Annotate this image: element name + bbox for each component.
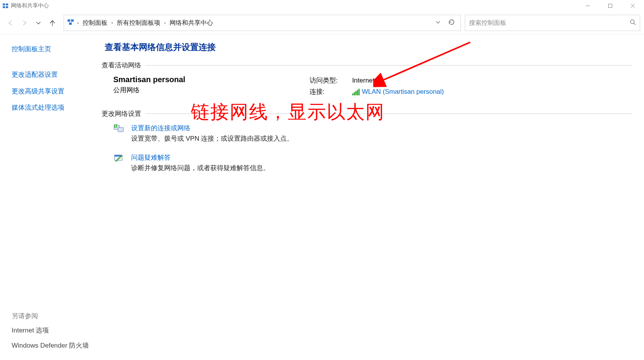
section-label: 查看活动网络 (102, 61, 141, 70)
sidebar-item-sharing[interactable]: 更改高级共享设置 (12, 85, 102, 98)
network-name: Smartisan personal (113, 75, 185, 84)
sidebar-item-home[interactable]: 控制面板主页 (12, 43, 102, 55)
page-title: 查看基本网络信息并设置连接 (105, 41, 632, 53)
refresh-icon[interactable] (448, 19, 455, 27)
window-controls (576, 0, 644, 12)
signal-icon (352, 89, 360, 95)
navigation-arrows (3, 19, 60, 27)
address-bar[interactable]: › 控制面板 › 所有控制面板项 › 网络和共享中心 (64, 15, 461, 31)
network-type: 公用网络 (113, 86, 185, 95)
back-button[interactable] (6, 19, 15, 27)
settings-item-desc: 设置宽带、拨号或 VPN 连接；或设置路由器或接入点。 (131, 134, 293, 143)
svg-rect-8 (68, 19, 70, 22)
settings-item-troubleshoot: 问题疑难解答 诊断并修复网络问题，或者获得疑难解答信息。 (113, 153, 632, 172)
search-input[interactable]: 搜索控制面板 (465, 15, 640, 31)
see-also-internet-options[interactable]: Internet 选项 (12, 324, 102, 337)
see-also-header: 另请参阅 (12, 312, 102, 320)
window-title-bar: 网络和共享中心 (0, 0, 644, 12)
recent-dropdown[interactable] (34, 19, 43, 27)
svg-line-12 (634, 23, 635, 25)
toolbar: › 控制面板 › 所有控制面板项 › 网络和共享中心 搜索控制面板 (0, 12, 644, 34)
divider (145, 114, 632, 114)
divider (145, 65, 632, 65)
forward-button[interactable] (20, 19, 29, 27)
settings-item-new-connection: 设置新的连接或网络 设置宽带、拨号或 VPN 连接；或设置路由器或接入点。 (113, 124, 632, 143)
settings-item-desc: 诊断并修复网络问题，或者获得疑难解答信息。 (131, 164, 270, 172)
connection-value: WLAN (Smartisan personal) (362, 86, 444, 98)
section-change-settings: 更改网络设置 (102, 109, 632, 118)
svg-rect-10 (69, 22, 72, 25)
connection-link[interactable]: WLAN (Smartisan personal) (352, 86, 444, 98)
breadcrumb-item[interactable]: 网络和共享中心 (168, 18, 215, 28)
see-also-section: 另请参阅 Internet 选项 Windows Defender 防火墙 (12, 312, 102, 360)
breadcrumb-item[interactable]: 控制面板 (81, 18, 109, 28)
svg-point-11 (630, 20, 634, 24)
svg-rect-5 (609, 4, 612, 8)
svg-rect-2 (3, 6, 5, 8)
breadcrumb-item[interactable]: 所有控制面板项 (115, 18, 162, 28)
settings-item-title[interactable]: 设置新的连接或网络 (131, 124, 293, 133)
sidebar-item-adapter[interactable]: 更改适配器设置 (12, 69, 102, 81)
maximize-button[interactable] (599, 0, 621, 12)
connection-label: 连接: (310, 86, 341, 98)
search-icon (630, 19, 636, 27)
svg-rect-3 (6, 6, 8, 8)
access-type-label: 访问类型: (310, 75, 341, 86)
close-button[interactable] (621, 0, 644, 12)
troubleshoot-icon (113, 153, 124, 164)
up-button[interactable] (48, 19, 57, 27)
sidebar-item-media[interactable]: 媒体流式处理选项 (12, 102, 102, 114)
new-connection-icon (113, 124, 124, 134)
chevron-right-icon: › (76, 20, 80, 26)
svg-rect-1 (6, 3, 8, 5)
app-icon (2, 3, 9, 9)
main-content: 查看基本网络信息并设置连接 查看活动网络 Smartisan personal … (102, 34, 644, 360)
window-title: 网络和共享中心 (11, 2, 49, 9)
sidebar: 控制面板主页 更改适配器设置 更改高级共享设置 媒体流式处理选项 另请参阅 In… (0, 34, 102, 360)
svg-rect-0 (3, 3, 5, 5)
search-placeholder: 搜索控制面板 (469, 19, 627, 27)
active-network-block: Smartisan personal 公用网络 访问类型: Internet 连… (113, 75, 632, 98)
address-icon (67, 19, 74, 27)
chevron-right-icon: › (163, 20, 166, 26)
section-active-networks: 查看活动网络 (102, 61, 632, 70)
minimize-button[interactable] (576, 0, 599, 12)
svg-rect-9 (71, 19, 74, 22)
breadcrumb: › 控制面板 › 所有控制面板项 › 网络和共享中心 (76, 18, 433, 28)
access-type-value: Internet (352, 75, 375, 86)
settings-item-title[interactable]: 问题疑难解答 (131, 153, 270, 162)
chevron-right-icon: › (111, 20, 114, 26)
svg-rect-14 (118, 127, 123, 132)
see-also-defender-firewall[interactable]: Windows Defender 防火墙 (12, 339, 102, 352)
address-dropdown-icon[interactable] (435, 19, 441, 27)
section-label: 更改网络设置 (102, 109, 141, 118)
